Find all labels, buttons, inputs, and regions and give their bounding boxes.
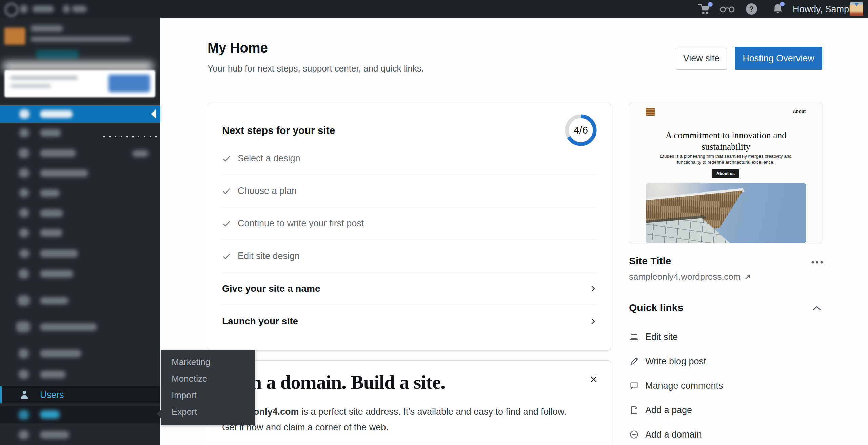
posts-icon: [19, 188, 29, 197]
quick-link-label: Add a page: [645, 405, 692, 416]
next-steps-list: Select a design Choose a plan Continue t…: [222, 142, 597, 337]
upgrades-icon: [19, 148, 29, 158]
sidebar-item-users-label: Users: [40, 390, 64, 400]
ellipsis-menu-icon[interactable]: [809, 257, 822, 267]
domain-promo-card: Own a domain. Build a site. sampleonly4.…: [208, 360, 611, 445]
home-icon: [19, 109, 29, 119]
sidebar-item-settings[interactable]: [0, 426, 160, 444]
preview-hero-photo: [646, 183, 806, 243]
pages-icon: [19, 228, 29, 237]
site-preview-card[interactable]: About A commitment to innovation and sus…: [629, 103, 822, 243]
step-completed[interactable]: Continue to write your first post: [222, 207, 597, 240]
sidebar-item-tools[interactable]: [0, 406, 160, 423]
preview-tagline: Études is a pioneering firm that seamles…: [650, 153, 801, 165]
sidebar-item-upgrades[interactable]: [0, 144, 160, 162]
redacted-comments-label: [40, 250, 78, 257]
chevron-right-icon: [589, 285, 597, 293]
quick-link-write-blog-post[interactable]: Write blog post: [629, 349, 822, 373]
avatar[interactable]: [850, 2, 863, 16]
redacted-site-domain: [31, 37, 131, 42]
wp-logo-icon[interactable]: [5, 3, 18, 17]
site-domain-link[interactable]: sampleonly4.wordpress.com: [629, 271, 751, 282]
howdy-label[interactable]: Howdy, Sample: [793, 4, 856, 15]
redacted-jetpack-label: [40, 297, 68, 304]
quick-link-edit-site[interactable]: Edit site: [629, 325, 822, 349]
sidebar-item-woocommerce[interactable]: [0, 318, 160, 336]
redaction-artifact: [103, 136, 159, 137]
redacted-stats-label: [40, 129, 61, 137]
view-site-button[interactable]: View site: [676, 47, 727, 70]
notifications-badge: [780, 2, 785, 6]
progress-label: 4/6: [565, 114, 597, 146]
preview-about-us-button: About us: [712, 169, 739, 178]
step-completed[interactable]: Edit site design: [222, 240, 597, 272]
flyout-item-export[interactable]: Export: [161, 404, 255, 420]
domain-body-text: is a perfect site address. It's availabl…: [299, 407, 567, 417]
sidebar-item-users[interactable]: Users: [0, 386, 160, 403]
step-label: Give your site a name: [222, 283, 320, 294]
step-label: Continue to write your first post: [238, 218, 364, 229]
flyout-item-import[interactable]: Import: [161, 387, 255, 404]
redacted-plugins-label: [40, 371, 66, 378]
redacted-upgrades-badge: [132, 150, 149, 157]
cart-badge: [708, 2, 713, 7]
redacted-tools-label: [40, 410, 60, 419]
redacted-adminbar-icon[interactable]: [20, 5, 28, 13]
sidebar-item-stats[interactable]: [0, 124, 160, 142]
sidebar-item-comments[interactable]: [0, 245, 160, 262]
redacted-site-name[interactable]: [32, 6, 54, 12]
redacted-upgrade-button[interactable]: [36, 50, 79, 59]
step-label: Edit site design: [238, 251, 300, 261]
plugins-icon: [19, 370, 29, 379]
chevron-up-icon[interactable]: [809, 303, 822, 313]
redacted-promo-button[interactable]: [108, 75, 150, 92]
flyout-item-marketing[interactable]: Marketing: [161, 354, 255, 370]
page-subtitle: Your hub for next steps, support center,…: [208, 63, 424, 74]
admin-bar: ? Howdy, Sample: [0, 0, 868, 18]
step-completed[interactable]: Select a design: [222, 142, 597, 175]
sidebar-item-feedback[interactable]: [0, 265, 160, 283]
quick-link-label: Add a domain: [645, 429, 702, 440]
current-item-arrow: [151, 109, 156, 119]
stats-icon: [19, 128, 29, 137]
sidebar-item-media[interactable]: [0, 204, 160, 222]
redacted-new-icon[interactable]: [63, 5, 70, 13]
redaction-fade: [3, 62, 153, 71]
sidebar-item-mailboxes[interactable]: [0, 164, 160, 182]
redacted-new-label[interactable]: [72, 6, 87, 12]
redacted-promo-text: [10, 84, 51, 88]
site-title: Site Title: [629, 255, 671, 267]
step-completed[interactable]: Choose a plan: [222, 175, 597, 207]
close-icon[interactable]: [587, 373, 598, 385]
preview-heading: A commitment to innovation and sustainab…: [641, 129, 811, 153]
redacted-mailboxes-label: [40, 169, 88, 177]
settings-icon: [19, 430, 29, 439]
redacted-promo-text: [10, 76, 78, 80]
redacted-feedback-label: [40, 270, 73, 278]
sidebar-item-pages[interactable]: [0, 224, 160, 242]
users-icon: [19, 389, 29, 400]
quick-link-add-domain[interactable]: Add a domain: [629, 422, 822, 445]
quick-link-label: Manage comments: [645, 381, 723, 391]
sidebar-item-posts[interactable]: [0, 184, 160, 202]
redacted-promo-card: [4, 70, 155, 97]
pencil-icon: [629, 356, 639, 366]
quick-link-manage-comments[interactable]: Manage comments: [629, 373, 822, 398]
reader-glasses-icon[interactable]: [719, 4, 736, 14]
sidebar-item-plugins[interactable]: [0, 366, 160, 383]
sidebar-item-jetpack[interactable]: [0, 292, 160, 309]
help-icon[interactable]: ?: [746, 3, 757, 15]
flyout-item-monetize[interactable]: Monetize: [161, 370, 255, 387]
current-section-accent: [0, 386, 2, 403]
hosting-overview-button[interactable]: Hosting Overview: [735, 47, 822, 70]
sidebar-item-appearance[interactable]: [0, 345, 160, 362]
check-icon: [222, 252, 231, 261]
quick-link-add-page[interactable]: Add a page: [629, 398, 822, 422]
jetpack-icon: [18, 295, 30, 306]
step-action-launch-site[interactable]: Launch your site: [222, 305, 597, 337]
redacted-posts-label: [40, 189, 60, 197]
redacted-settings-label: [40, 431, 69, 439]
step-action-give-site-name[interactable]: Give your site a name: [222, 272, 597, 305]
sidebar-item-my-home[interactable]: [0, 105, 160, 123]
chevron-right-icon: [589, 317, 597, 325]
